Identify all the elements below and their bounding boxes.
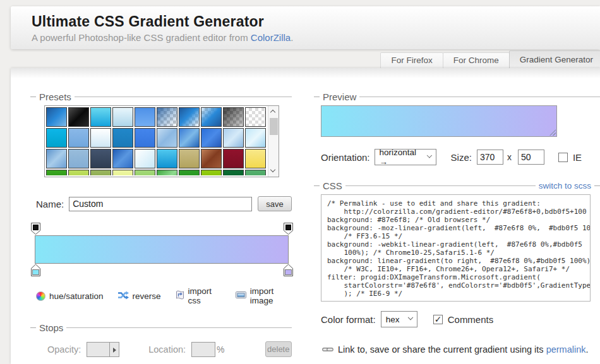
tab-for-chrome[interactable]: For Chrome — [443, 52, 510, 68]
preset-swatch[interactable] — [112, 107, 133, 127]
preset-swatch[interactable] — [245, 128, 266, 148]
scroll-up-icon[interactable] — [268, 107, 279, 117]
preset-swatch[interactable] — [135, 128, 155, 148]
import-css-icon — [176, 290, 184, 302]
preset-swatch[interactable] — [157, 149, 177, 168]
resize-handle[interactable] — [549, 129, 556, 136]
opacity-stepper — [87, 342, 119, 357]
percent-label: % — [217, 344, 224, 355]
page-title: Ultimate CSS Gradient Generator — [32, 13, 600, 30]
preset-swatch[interactable] — [68, 149, 89, 168]
main-panel: Presets Name: save — [11, 68, 600, 364]
preset-swatch[interactable] — [68, 128, 89, 148]
preset-swatch[interactable] — [46, 170, 67, 175]
presets-scrollbar[interactable] — [268, 106, 279, 177]
preset-swatch[interactable] — [223, 170, 244, 175]
permalink-row: Link to, save or share the current gradi… — [322, 344, 600, 355]
ie-checkbox[interactable] — [558, 153, 568, 162]
delete-button[interactable]: delete — [265, 341, 292, 357]
save-button[interactable]: save — [258, 196, 292, 211]
preset-swatch[interactable] — [245, 149, 266, 168]
color-stop-right[interactable] — [283, 264, 294, 277]
comments-checkbox[interactable] — [433, 315, 443, 324]
preset-swatch[interactable] — [223, 107, 244, 127]
color-format-select[interactable]: hex — [381, 311, 417, 327]
reverse-button[interactable]: reverse — [118, 291, 161, 302]
preset-swatch[interactable] — [201, 149, 222, 168]
size-x-separator: x — [507, 152, 512, 162]
preset-swatch[interactable] — [46, 128, 67, 148]
chevron-down-icon — [427, 153, 432, 158]
color-stop-left[interactable] — [30, 264, 41, 277]
preset-swatch[interactable] — [179, 128, 200, 148]
preset-swatch[interactable] — [223, 128, 244, 148]
height-input[interactable] — [518, 150, 544, 165]
opacity-stop-left[interactable] — [30, 222, 41, 235]
preset-swatch[interactable] — [201, 107, 222, 127]
name-label: Name: — [36, 199, 64, 209]
preset-swatch[interactable] — [135, 149, 155, 168]
name-input[interactable] — [69, 197, 252, 211]
comments-label: Comments — [448, 314, 494, 325]
link-icon — [322, 344, 333, 355]
hue-saturation-button[interactable]: hue/saturation — [36, 291, 104, 301]
tab-gradient-generator[interactable]: Gradient Generator — [509, 50, 600, 68]
preset-swatch[interactable] — [179, 170, 200, 175]
width-input[interactable] — [477, 150, 503, 165]
preset-swatch[interactable] — [223, 149, 244, 168]
presets-grid — [46, 107, 267, 175]
permalink-link[interactable]: permalink — [546, 344, 586, 355]
preset-swatch[interactable] — [46, 149, 67, 168]
opacity-label: Opacity: — [47, 344, 81, 355]
preset-swatch[interactable] — [179, 107, 200, 127]
stops-controls: Opacity: Location: % delete — [47, 341, 292, 357]
switch-to-scss-link[interactable]: switch to scss — [536, 181, 594, 191]
opacity-dropdown-icon[interactable] — [109, 342, 119, 357]
preset-swatch[interactable] — [157, 128, 177, 148]
preset-swatch[interactable] — [179, 149, 200, 168]
name-row: Name: save — [36, 196, 292, 211]
import-css-button[interactable]: import css — [176, 286, 221, 305]
preset-swatch[interactable] — [112, 170, 133, 175]
presets-panel — [44, 105, 279, 177]
preset-swatch[interactable] — [201, 170, 222, 175]
app-header: Ultimate CSS Gradient Generator A powerf… — [11, 6, 600, 49]
colorzilla-link[interactable]: ColorZilla — [251, 32, 291, 43]
color-format-label: Color format: — [321, 314, 376, 325]
gradient-editor — [30, 222, 292, 276]
orientation-select[interactable]: horizontal → — [375, 149, 436, 165]
preset-swatch[interactable] — [135, 107, 155, 127]
preset-swatch[interactable] — [90, 107, 111, 127]
preset-swatch[interactable] — [112, 128, 133, 148]
opacity-stop-right[interactable] — [283, 222, 294, 235]
orientation-label: Orientation: — [321, 152, 370, 163]
presets-legend: Presets — [30, 91, 292, 102]
preset-swatch[interactable] — [90, 170, 111, 175]
preset-swatch[interactable] — [68, 107, 89, 127]
preset-swatch[interactable] — [245, 107, 266, 127]
gradient-editor-bar[interactable] — [35, 235, 289, 264]
scroll-down-icon[interactable] — [268, 166, 279, 176]
preset-swatch[interactable] — [157, 170, 177, 175]
preset-swatch[interactable] — [112, 149, 133, 168]
css-legend: CSS switch to scss — [314, 180, 600, 191]
preset-swatch[interactable] — [135, 170, 155, 175]
tools-row: hue/saturation reverse — [36, 286, 292, 305]
preset-swatch[interactable] — [157, 107, 177, 127]
page-subtitle: A powerful Photoshop-like CSS gradient e… — [32, 32, 600, 43]
import-image-button[interactable]: import image — [236, 286, 292, 305]
permalink-text: Link to, save or share the current gradi… — [338, 344, 546, 355]
tab-for-firefox[interactable]: For Firefox — [380, 52, 443, 68]
css-code-box[interactable]: /* Permalink - use to edit and share thi… — [321, 194, 591, 302]
preset-swatch[interactable] — [68, 170, 89, 175]
color-format-row: Color format: hex Comments — [321, 311, 600, 327]
preset-swatch[interactable] — [245, 170, 266, 175]
preset-swatch[interactable] — [46, 107, 67, 127]
location-input[interactable] — [191, 342, 215, 357]
preset-swatch[interactable] — [90, 149, 111, 168]
scroll-thumb[interactable] — [270, 118, 278, 135]
opacity-input[interactable] — [87, 342, 109, 357]
stops-legend: Stops — [30, 322, 292, 332]
preset-swatch[interactable] — [90, 128, 111, 148]
preset-swatch[interactable] — [201, 128, 222, 148]
